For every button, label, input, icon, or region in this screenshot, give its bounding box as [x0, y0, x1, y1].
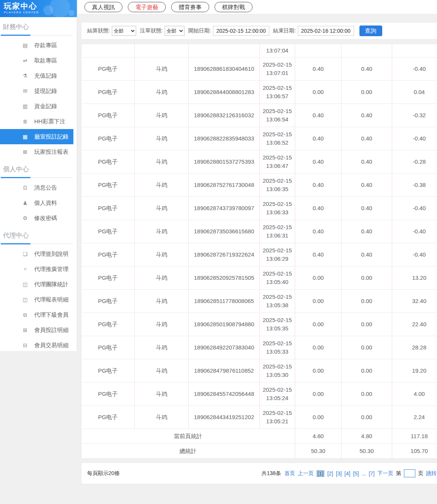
- valid-bet-cell: 0.40: [342, 57, 392, 81]
- sidebar-section: 個人中心Ω消息公告♟個人資料⚙修改密碼: [0, 159, 77, 226]
- bet-amount-cell: 0.00: [295, 383, 342, 406]
- sidebar-item[interactable]: ⚙修改密碼: [0, 211, 77, 226]
- game-controller-graphic: [68, 10, 75, 16]
- sidebar-item[interactable]: Ω消息公告: [0, 180, 77, 195]
- pagination-bar: 每頁顯示20條 共138条首页上一页[1][2][3][4][5]...[7]下…: [81, 463, 437, 484]
- time-cell: 2025-02-15 13:05:38: [260, 290, 295, 313]
- bet-amount-cell: 0.00: [295, 406, 342, 429]
- page-link[interactable]: [5]: [353, 471, 359, 477]
- page-link[interactable]: [3]: [336, 471, 342, 477]
- category-tab-bar: 真人視訊電子遊藝體育賽事棋牌對戰: [78, 0, 437, 14]
- game-cell: 斗鸡: [135, 383, 189, 406]
- platform-cell: PG电子: [81, 383, 135, 406]
- sidebar-item[interactable]: ⊠玩家投注報表: [0, 144, 77, 159]
- lottery-bet-icon: ≣: [22, 118, 28, 124]
- recharge-record-icon: ⚗: [22, 73, 28, 79]
- platform-cell: PG电子: [81, 81, 135, 104]
- platform-cell: [81, 44, 135, 57]
- sidebar-item[interactable]: ⚗充值記錄: [0, 68, 77, 83]
- tab-active-category[interactable]: 電子遊藝: [128, 2, 166, 12]
- page-ellipsis: ...: [362, 471, 366, 477]
- sidebar-item-label: 玩家投注報表: [34, 148, 68, 156]
- winloss-cell: -0.40: [392, 197, 437, 220]
- end-date-input[interactable]: [298, 26, 354, 36]
- table-row: PG电子斗鸡18906285117780080652025-02-15 13:0…: [81, 290, 437, 313]
- summary-winloss-cell: 117.18: [392, 429, 437, 444]
- prev-page-link[interactable]: 上一页: [298, 470, 314, 477]
- app-logo: 玩家中心 PLAYERS CENTER: [0, 0, 77, 17]
- valid-bet-cell: 0.40: [342, 220, 392, 243]
- bet-amount-cell: 0.00: [295, 290, 342, 313]
- start-date-input[interactable]: [213, 26, 269, 36]
- table-row-partial: 13:07:04: [81, 44, 437, 57]
- winloss-cell: 28.28: [392, 336, 437, 359]
- sidebar-item[interactable]: ▥資金記錄: [0, 99, 77, 114]
- first-page-link[interactable]: 首页: [284, 470, 295, 477]
- bet-id-cell: [189, 44, 260, 57]
- settle-status-select[interactable]: 全部: [112, 26, 136, 36]
- current-page-link[interactable]: [1]: [316, 470, 325, 477]
- game-controller-graphic: [43, 5, 53, 15]
- page-link[interactable]: [7]: [369, 471, 375, 477]
- summary-winloss-cell: 105.70: [392, 444, 437, 459]
- sidebar-item-label: HH彩票下注: [34, 118, 65, 125]
- winloss-cell: -0.32: [392, 104, 437, 127]
- page-link[interactable]: [4]: [345, 471, 351, 477]
- bet-amount-cell: 0.40: [295, 174, 342, 197]
- jump-button[interactable]: 跳转: [426, 470, 437, 477]
- search-button[interactable]: 查詢: [359, 26, 382, 36]
- hall-bet-record-icon: ▦: [22, 134, 28, 140]
- section-underline: [1, 177, 73, 178]
- time-cell: 2025-02-15 13:05:21: [260, 406, 295, 429]
- valid-bet-cell: 0.00: [342, 313, 392, 336]
- valid-bet-cell: 0.00: [342, 81, 392, 104]
- time-cell: 2025-02-15 13:06:57: [260, 81, 295, 104]
- order-status-select[interactable]: 全部: [165, 26, 184, 36]
- bet-id-cell: 1890628832126316032: [189, 104, 260, 127]
- jump-page-input[interactable]: [404, 469, 415, 477]
- sidebar-item[interactable]: ♟個人資料: [0, 195, 77, 211]
- bet-amount-cell: 0.00: [295, 81, 342, 104]
- sidebar-item[interactable]: ❏代理規則說明: [0, 246, 77, 262]
- chevron-right-icon: ›: [63, 133, 65, 140]
- table-row: PG电子斗鸡18906284798761108522025-02-15 13:0…: [81, 359, 437, 383]
- sidebar-item[interactable]: ◫代理團隊統計: [0, 277, 77, 292]
- winloss-cell: -0.40: [392, 220, 437, 243]
- tab-category[interactable]: 真人視訊: [84, 2, 122, 12]
- bet-amount-cell: 0.00: [295, 359, 342, 383]
- sidebar-item[interactable]: ◫代理報表明細: [0, 292, 77, 307]
- sidebar-item[interactable]: ▤存款專區: [0, 38, 77, 53]
- summary-bet-cell: 50.30: [295, 444, 342, 459]
- sidebar-item-label: 代理推廣管理: [34, 266, 68, 273]
- bet-amount-cell: 0.40: [295, 220, 342, 243]
- sidebar-item[interactable]: ⇌取款專區: [0, 53, 77, 68]
- settle-status-label: 結算狀態:: [87, 27, 110, 34]
- sidebar-item[interactable]: ✉提現記錄: [0, 83, 77, 99]
- platform-cell: PG电子: [81, 359, 135, 383]
- sidebar-item[interactable]: ⊞會員投註明細: [0, 322, 77, 338]
- current-page-summary-row: 當前頁統計4.804.80117.18: [81, 429, 437, 444]
- valid-bet-cell: 0.40: [342, 127, 392, 150]
- sidebar-item[interactable]: ＜代理推廣管理: [0, 262, 77, 277]
- game-cell: 斗鸡: [135, 57, 189, 81]
- sidebar-item-active[interactable]: ▦廳室投註記錄›: [0, 129, 73, 144]
- table-row: PG电子斗鸡18906288321263160322025-02-15 13:0…: [81, 104, 437, 127]
- sidebar-item[interactable]: ⧉代理下級會員: [0, 307, 77, 322]
- next-page-link[interactable]: 下一页: [377, 470, 393, 477]
- bet-amount-cell: 0.40: [295, 127, 342, 150]
- order-status-label: 注單狀態:: [140, 27, 163, 34]
- winloss-cell: 2.24: [392, 406, 437, 429]
- valid-bet-cell: 0.40: [342, 197, 392, 220]
- sidebar-item[interactable]: ≣HH彩票下注: [0, 114, 77, 129]
- page-link[interactable]: [2]: [327, 471, 333, 477]
- bet-amount-cell: 0.00: [295, 266, 342, 290]
- tab-category[interactable]: 棋牌對戰: [215, 2, 253, 12]
- total-count-text: 共138条: [262, 470, 281, 477]
- sidebar-item-label: 個人資料: [34, 199, 57, 207]
- sidebar-item-label: 存款專區: [34, 42, 57, 49]
- tab-category[interactable]: 體育賽事: [171, 2, 209, 12]
- player-bet-report-icon: ⊠: [22, 149, 28, 155]
- valid-bet-cell: 0.40: [342, 104, 392, 127]
- sidebar-item[interactable]: ⊟會員交易明細: [0, 338, 77, 353]
- time-cell: 2025-02-15 13:07:01: [260, 57, 295, 81]
